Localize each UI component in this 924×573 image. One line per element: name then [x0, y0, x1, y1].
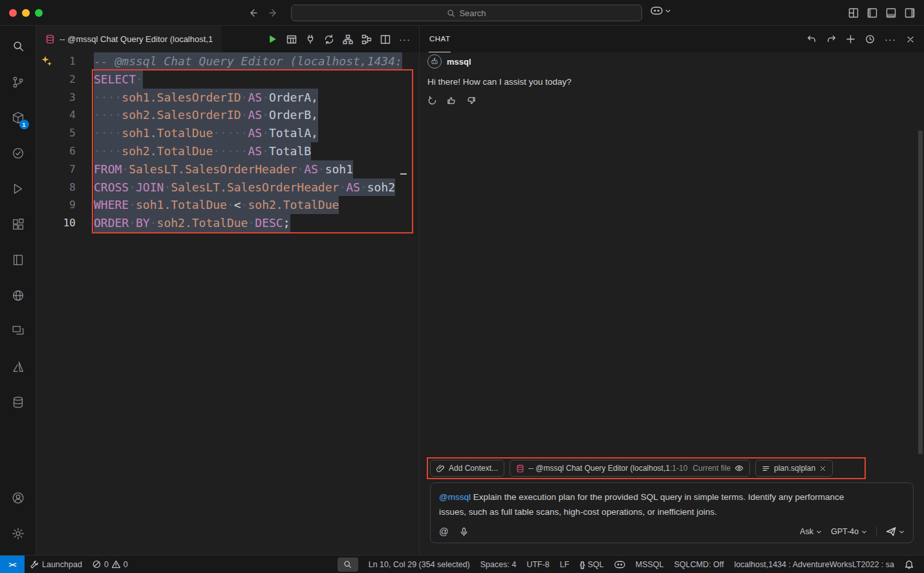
maximize-window-button[interactable]	[35, 9, 43, 17]
code-editor[interactable]: 1-- @mssql Chat Query Editor (localhost,…	[36, 52, 419, 555]
tab-chat[interactable]: CHAT	[429, 26, 451, 52]
database-icon[interactable]	[3, 384, 34, 420]
eye-icon[interactable]	[735, 464, 744, 473]
chat-input-area: Add Context... -- @mssql Chat Query Edit…	[420, 460, 924, 555]
send-button[interactable]	[886, 526, 905, 537]
change-connection-icon[interactable]	[324, 34, 334, 45]
code-lines: 1-- @mssql Chat Query Editor (localhost,…	[36, 52, 419, 232]
code-line[interactable]: 8CROSS·JOIN·SalesLT.SalesOrderHeader·AS·…	[36, 178, 419, 197]
toggle-secondary-sidebar-icon[interactable]	[905, 8, 915, 18]
remote-indicator[interactable]: ><	[0, 556, 25, 573]
chat-panel: CHAT ··· mssql Hi there! How can I assis…	[419, 26, 924, 555]
code-line[interactable]: 6····soh2.TotalDue·····AS·TotalB	[36, 142, 419, 160]
run-query-button[interactable]	[267, 34, 278, 45]
toggle-panel-icon[interactable]	[886, 8, 896, 18]
settings-gear-icon[interactable]	[3, 515, 34, 551]
vscode-window: { "titlebar": { "search_placeholder": "S…	[0, 0, 924, 573]
thumbs-up-icon[interactable]	[447, 96, 457, 105]
chat-scrollbar[interactable]	[918, 131, 923, 454]
code-line[interactable]: 10ORDER·BY·soh2.TotalDue·DESC;	[36, 214, 419, 232]
copilot-status[interactable]	[609, 556, 630, 573]
copilot-menu-button[interactable]	[650, 6, 671, 15]
query-plan-icon[interactable]	[361, 34, 372, 45]
code-line[interactable]: 3····soh1.SalesOrderID·AS·OrderA,	[36, 89, 419, 107]
code-line[interactable]: 7FROM·SalesLT.SalesOrderHeader·AS·soh1	[36, 160, 419, 178]
more-actions-icon[interactable]: ···	[885, 37, 896, 42]
current-file-chip[interactable]: -- @mssql Chat Query Editor (localhost,1…	[510, 460, 750, 477]
remote-explorer-icon[interactable]	[3, 313, 34, 349]
minimize-window-button[interactable]	[22, 9, 30, 17]
zoom-indicator[interactable]	[338, 557, 358, 572]
chat-message-text: Hi there! How can I assist you today?	[427, 77, 911, 87]
chat-input-box[interactable]: @mssql Explain the execution plan for th…	[430, 482, 914, 543]
split-editor-icon[interactable]	[380, 34, 391, 45]
run-debug-icon[interactable]	[3, 171, 34, 206]
remove-chip-icon[interactable]	[819, 465, 826, 472]
editor-tab[interactable]: -- @mssql Chat Query Editor (localhost,1	[36, 26, 222, 52]
connection-status[interactable]: localhost,1434 : AdventureWorksLT2022 : …	[729, 556, 899, 573]
sqlcmd-status[interactable]: SQLCMD: Off	[669, 556, 729, 573]
package-explorer-icon[interactable]: 1	[3, 100, 34, 135]
mssql-file-icon	[516, 464, 524, 473]
toggle-primary-sidebar-icon[interactable]	[867, 8, 877, 18]
close-panel-icon[interactable]	[906, 35, 915, 44]
launchpad-status[interactable]: Launchpad	[25, 556, 87, 573]
search-icon[interactable]	[3, 28, 34, 64]
notebook-icon[interactable]	[3, 242, 34, 277]
regenerate-icon[interactable]	[427, 96, 437, 105]
warnings-icon	[112, 560, 120, 568]
notifications-bell-icon[interactable]	[899, 556, 919, 573]
testing-icon[interactable]	[3, 135, 34, 171]
show-schema-icon[interactable]	[343, 34, 353, 45]
azure-icon[interactable]	[3, 349, 34, 384]
close-window-button[interactable]	[9, 9, 17, 17]
chat-history-icon[interactable]	[865, 34, 875, 44]
current-file-note: Current file	[693, 464, 731, 473]
more-actions-icon[interactable]: ···	[399, 37, 411, 42]
mode-selector[interactable]: Ask	[800, 527, 822, 536]
redo-icon[interactable]	[826, 34, 836, 44]
tools-icon	[30, 560, 39, 569]
command-center-search[interactable]: Search	[291, 5, 642, 21]
cursor-position-status[interactable]: Ln 10, Col 29 (354 selected)	[363, 556, 475, 573]
problems-status[interactable]: 0 0	[87, 556, 133, 573]
language-status[interactable]: {}SQL	[574, 556, 608, 573]
back-button[interactable]	[248, 8, 259, 18]
code-line[interactable]: 1-- @mssql Chat Query Editor (localhost,…	[36, 52, 419, 70]
code-line[interactable]: 2SELECT·	[36, 70, 419, 89]
github-globe-icon[interactable]	[3, 277, 34, 313]
chat-sender-name: mssql	[447, 57, 471, 67]
plan-file-chip[interactable]: plan.sqlplan	[755, 460, 833, 477]
line-number: 10	[36, 214, 76, 232]
mssql-status[interactable]: MSSQL	[630, 556, 669, 573]
encoding-status[interactable]: UTF-8	[521, 556, 554, 573]
status-bar: >< Launchpad 0 0 Ln 10, Col 29 (354 sele…	[0, 555, 924, 573]
model-selector[interactable]: GPT-4o	[831, 527, 867, 536]
microphone-icon[interactable]	[459, 527, 469, 537]
eol-status[interactable]: LF	[555, 556, 575, 573]
chat-input-text[interactable]: @mssql Explain the execution plan for th…	[439, 490, 861, 519]
connect-plug-icon[interactable]	[305, 34, 316, 45]
code-line[interactable]: 9WHERE·soh1.TotalDue·<·soh2.TotalDue	[36, 196, 419, 214]
indentation-status[interactable]: Spaces: 4	[475, 556, 522, 573]
code-text: ····soh2.TotalDue·····AS·TotalB	[94, 142, 311, 160]
code-text: FROM·SalesLT.SalesOrderHeader·AS·soh1	[94, 160, 353, 178]
errors-icon	[92, 560, 101, 568]
source-control-icon[interactable]	[3, 64, 34, 100]
customize-layout-icon[interactable]	[848, 8, 859, 18]
code-text: ····soh1.TotalDue·····AS·TotalA,	[94, 124, 318, 142]
chat-messages: mssql Hi there! How can I assist you tod…	[420, 52, 924, 460]
code-line[interactable]: 5····soh1.TotalDue·····AS·TotalA,	[36, 124, 419, 142]
undo-icon[interactable]	[807, 34, 817, 44]
new-chat-icon[interactable]	[846, 34, 855, 44]
thumbs-down-icon[interactable]	[466, 96, 476, 105]
show-results-icon[interactable]	[286, 34, 297, 45]
extensions-icon[interactable]	[3, 206, 34, 242]
code-line[interactable]: 4····soh2.SalesOrderID·AS·OrderB,	[36, 106, 419, 124]
line-number: 7	[36, 160, 76, 178]
forward-button[interactable]	[268, 8, 278, 18]
add-context-chip[interactable]: Add Context...	[430, 460, 504, 477]
code-text: ····soh2.SalesOrderID·AS·OrderB,	[94, 106, 318, 124]
accounts-icon[interactable]	[3, 480, 34, 515]
mention-icon[interactable]: @	[439, 526, 449, 537]
